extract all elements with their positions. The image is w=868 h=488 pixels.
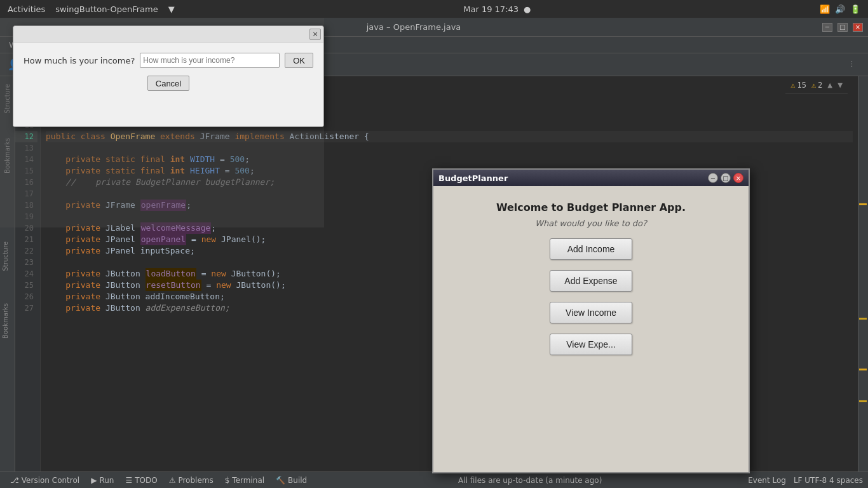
tab-build[interactable]: 🔨 Build <box>271 475 312 486</box>
dropdown-icon: ▼ <box>168 4 175 14</box>
dialog-input-row: How much is your income? OK <box>24 53 313 68</box>
dialog-close-btn[interactable]: × <box>309 29 321 40</box>
todo-label: TODO <box>135 476 157 485</box>
encoding-label: LF UTF-8 4 spaces <box>794 476 863 485</box>
tab-run[interactable]: ▶ Run <box>86 475 119 486</box>
warning-count: ⚠ 15 <box>790 81 806 90</box>
tab-todo[interactable]: ☰ TODO <box>120 475 162 486</box>
vc-label: Version Control <box>22 476 79 485</box>
run-icon: ▶ <box>91 476 97 485</box>
system-bar: Activities swingButton-OpenFrame ▼ Mar 1… <box>0 0 868 18</box>
dialog-cancel-btn[interactable]: Cancel <box>147 76 189 91</box>
nav-down-btn[interactable]: ▼ <box>837 80 843 90</box>
dialog-body: How much is your income? OK Cancel <box>13 43 323 126</box>
build-icon: 🔨 <box>276 476 285 485</box>
editor-gutter <box>858 76 868 471</box>
warning-number: 15 <box>797 81 806 90</box>
error-count: ⚠ 2 <box>811 81 822 90</box>
income-dialog: × How much is your income? OK Cancel <box>13 25 324 127</box>
toolbar-more: ⋮ <box>848 60 855 68</box>
ln-23: 23 <box>15 257 37 268</box>
run-label: Run <box>99 476 114 485</box>
bookmarks-vert-tab[interactable]: Bookmarks <box>2 303 9 339</box>
swing-min-btn[interactable]: − <box>708 173 718 183</box>
system-bar-center: Mar 19 17:43 ● <box>463 4 531 14</box>
swing-budget-planner: BudgetPlanner − □ × Welcome to Budget Pl… <box>432 168 750 473</box>
swing-body: Welcome to Budget Planner App. What woul… <box>433 186 749 472</box>
income-input[interactable] <box>140 53 280 68</box>
ln-26: 26 <box>15 291 37 302</box>
app-name-label[interactable]: swingButton-OpenFrame <box>55 4 158 14</box>
swing-controls: − □ × <box>708 173 743 183</box>
terminal-label: Terminal <box>232 476 264 485</box>
swing-title: BudgetPlanner <box>438 173 508 183</box>
problems-label: Problems <box>178 476 213 485</box>
tab-problems[interactable]: ⚠ Problems <box>164 475 219 486</box>
gutter-mark-2 <box>859 318 867 320</box>
ide-minimize-btn[interactable]: − <box>822 23 832 32</box>
dialog-buttons: Cancel <box>24 76 313 91</box>
add-income-button[interactable]: Add Income <box>550 238 632 260</box>
battery-icon: 🔋 <box>850 4 860 14</box>
gutter-mark-1 <box>859 203 867 205</box>
dialog-ok-btn[interactable]: OK <box>285 53 313 68</box>
error-number: 2 <box>818 81 822 90</box>
swing-max-btn[interactable]: □ <box>721 173 731 183</box>
vc-icon: ⎇ <box>10 476 19 485</box>
ln-21: 21 <box>15 234 37 245</box>
gutter-mark-4 <box>859 400 867 402</box>
ln-25: 25 <box>15 280 37 291</box>
system-bar-right: 📶 🔊 🔋 <box>820 4 860 14</box>
terminal-icon: $ <box>225 476 230 485</box>
system-bar-left: Activities swingButton-OpenFrame ▼ <box>8 4 175 14</box>
view-expense-button[interactable]: View Expe... <box>550 334 632 355</box>
activities-label[interactable]: Activities <box>8 4 45 14</box>
bottom-right: Event Log LF UTF-8 4 spaces <box>748 476 863 485</box>
tab-version-control[interactable]: ⎇ Version Control <box>5 475 85 486</box>
ide-title-controls: − □ × <box>822 23 863 32</box>
swing-close-btn[interactable]: × <box>733 173 743 183</box>
status-dot: ● <box>524 4 531 14</box>
problems-icon: ⚠ <box>169 476 176 485</box>
datetime-label: Mar 19 17:43 <box>463 4 519 14</box>
gutter-mark-3 <box>859 369 867 370</box>
volume-icon: 🔊 <box>835 4 845 14</box>
ide-bottombar: ⎇ Version Control ▶ Run ☰ TODO ⚠ Problem… <box>0 471 868 488</box>
structure-vert-tab[interactable]: Structure <box>2 241 9 271</box>
nav-up-btn[interactable]: ▲ <box>827 80 832 90</box>
bottom-tabs: ⎇ Version Control ▶ Run ☰ TODO ⚠ Problem… <box>5 475 312 486</box>
ln-24: 24 <box>15 268 37 280</box>
event-log-label[interactable]: Event Log <box>748 476 786 485</box>
dialog-titlebar: × <box>13 26 323 43</box>
wifi-icon: 📶 <box>820 4 830 14</box>
ide-title: java – OpenFrame.java <box>367 22 461 32</box>
swing-subtitle: What would you like to do? <box>535 219 647 228</box>
ide-close-btn[interactable]: × <box>853 23 863 32</box>
build-label: Build <box>288 476 307 485</box>
vert-sidebar: Structure Bookmarks <box>0 241 10 338</box>
status-text: All files are up-to-date (a minute ago) <box>458 476 602 485</box>
ln-27: 27 <box>15 302 37 314</box>
swing-welcome-text: Welcome to Budget Planner App. <box>496 201 686 214</box>
ln-22: 22 <box>15 245 37 257</box>
editor-warnings: ⚠ 15 ⚠ 2 ▲ ▼ <box>785 76 848 94</box>
dialog-label: How much is your income? <box>24 56 135 65</box>
swing-titlebar: BudgetPlanner − □ × <box>433 170 749 186</box>
add-expense-button[interactable]: Add Expense <box>550 270 632 292</box>
view-income-button[interactable]: View Income <box>550 302 632 323</box>
ide-maximize-btn[interactable]: □ <box>837 23 848 32</box>
todo-icon: ☰ <box>125 476 132 485</box>
tab-terminal[interactable]: $ Terminal <box>220 475 269 486</box>
